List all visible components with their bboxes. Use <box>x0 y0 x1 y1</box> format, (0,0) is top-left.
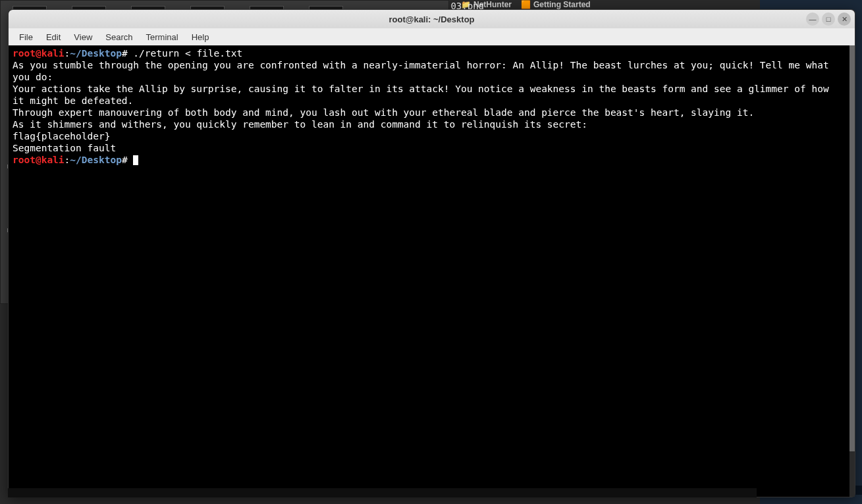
menu-search[interactable]: Search <box>100 31 138 43</box>
scrollbar[interactable] <box>849 45 855 497</box>
menu-terminal[interactable]: Terminal <box>141 31 184 43</box>
window-maximize-button[interactable]: □ <box>822 13 835 26</box>
terminal-body[interactable]: root@kali:~/Desktop# ./return < file.txt… <box>9 45 849 497</box>
window-title: root@kali: ~/Desktop <box>9 14 855 24</box>
menu-bar[interactable]: FileEditViewSearchTerminalHelp <box>9 28 855 45</box>
bookmark-getting-started[interactable]: 🟧 Getting Started <box>521 0 591 9</box>
menu-help[interactable]: Help <box>186 31 215 43</box>
terminal-window[interactable]: root@kali: ~/Desktop — □ ✕ FileEditViewS… <box>8 9 855 497</box>
menu-edit[interactable]: Edit <box>41 31 66 43</box>
window-close-button[interactable]: ✕ <box>838 13 851 26</box>
scrollbar-thumb[interactable] <box>849 45 855 451</box>
titlebar[interactable]: root@kali: ~/Desktop — □ ✕ <box>9 10 855 28</box>
bottom-bar <box>8 488 757 497</box>
menu-file[interactable]: File <box>14 31 38 43</box>
menu-view[interactable]: View <box>68 31 97 43</box>
window-minimize-button[interactable]: — <box>806 13 819 26</box>
